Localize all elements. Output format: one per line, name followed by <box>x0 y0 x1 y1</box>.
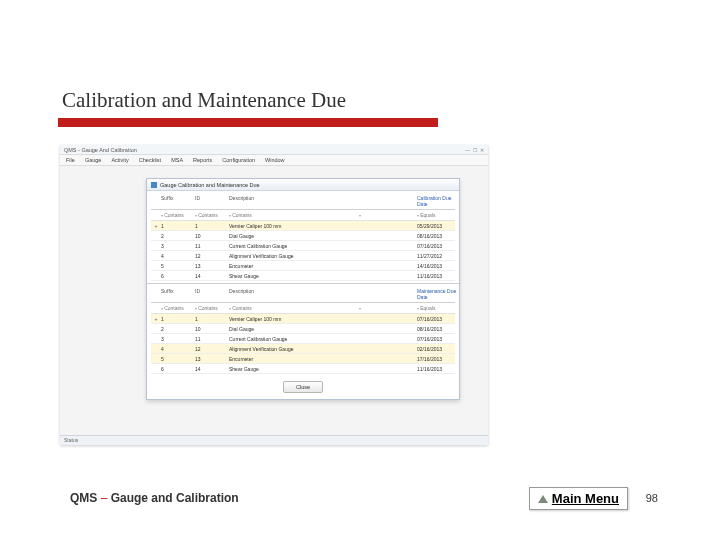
maintenance-grid: Suffix ID Description Maintenance Due Da… <box>147 283 459 376</box>
maximize-icon[interactable]: ☐ <box>473 147 477 153</box>
cell-desc: Current Calibration Gauge <box>229 243 359 249</box>
table-row[interactable]: 513Encumeter14/16/2013 <box>151 261 455 271</box>
cell-id: 12 <box>195 253 229 259</box>
cell-date: 14/16/2013 <box>417 263 461 269</box>
cell-id: 10 <box>195 326 229 332</box>
cell-date: 11/16/2013 <box>417 366 461 372</box>
menu-item-configuration[interactable]: Configuration <box>222 157 255 163</box>
filter-row[interactable]: . Contains Contains Contains Equals <box>151 303 455 314</box>
cell-suffix: 2 <box>161 326 195 332</box>
page-number: 98 <box>646 492 658 504</box>
menu-item-gauge[interactable]: Gauge <box>85 157 102 163</box>
cell-desc: Current Calibration Gauge <box>229 336 359 342</box>
main-menu-button[interactable]: Main Menu <box>529 487 628 510</box>
col-date[interactable]: Maintenance Due Date <box>417 288 461 300</box>
slide-title: Calibration and Maintenance Due <box>62 88 346 113</box>
cell-date: 17/16/2013 <box>417 356 461 362</box>
filter-suffix[interactable]: Contains <box>161 212 195 218</box>
window-title: QMS - Gauge And Calibration <box>64 147 137 153</box>
expand-icon[interactable]: + <box>151 316 161 322</box>
cell-suffix: 6 <box>161 366 195 372</box>
table-row[interactable]: 614Shear Gauge11/16/2013 <box>151 364 455 374</box>
app-window: QMS - Gauge And Calibration — ☐ ✕ File G… <box>60 145 488 445</box>
titlebar: QMS - Gauge And Calibration — ☐ ✕ <box>60 145 488 155</box>
menu-item-window[interactable]: Window <box>265 157 285 163</box>
window-controls: — ☐ ✕ <box>465 147 484 153</box>
cell-desc: Shear Gauge <box>229 273 359 279</box>
button-row: Close <box>147 376 459 399</box>
col-id[interactable]: ID <box>195 195 229 207</box>
cell-id: 1 <box>195 223 229 229</box>
filter-desc[interactable]: Contains <box>229 305 359 311</box>
cell-id: 1 <box>195 316 229 322</box>
col-id[interactable]: ID <box>195 288 229 300</box>
filter-id[interactable]: Contains <box>195 212 229 218</box>
cell-desc: Dial Gauge <box>229 233 359 239</box>
filter-date[interactable]: Equals <box>417 212 461 218</box>
menu-item-reports[interactable]: Reports <box>193 157 212 163</box>
cell-desc: Vernier Caliper 100 mm <box>229 316 359 322</box>
menu-item-msa[interactable]: MSA <box>171 157 183 163</box>
cell-date: 05/29/2013 <box>417 223 461 229</box>
cell-desc: Alignment Verification Gauge <box>229 346 359 352</box>
footer-dash: – <box>97 491 110 505</box>
table-row[interactable]: +11Vernier Caliper 100 mm07/16/2013 <box>151 314 455 324</box>
cell-suffix: 1 <box>161 316 195 322</box>
footer-suffix: Gauge and Calibration <box>111 491 239 505</box>
table-row[interactable]: 311Current Calibration Gauge07/16/2013 <box>151 334 455 344</box>
cell-date: 02/16/2013 <box>417 346 461 352</box>
footer-text: QMS – Gauge and Calibration <box>70 491 239 505</box>
table-row[interactable]: 412Alignment Verification Gauge02/16/201… <box>151 344 455 354</box>
filter-date[interactable]: Equals <box>417 305 461 311</box>
col-date[interactable]: Calibration Due Date <box>417 195 461 207</box>
table-row[interactable]: 210Dial Gauge08/16/2013 <box>151 231 455 241</box>
cell-date: 08/16/2013 <box>417 326 461 332</box>
cell-id: 14 <box>195 273 229 279</box>
up-arrow-icon <box>538 495 548 503</box>
cell-id: 13 <box>195 356 229 362</box>
cell-id: 11 <box>195 243 229 249</box>
table-row[interactable]: 311Current Calibration Gauge07/16/2013 <box>151 241 455 251</box>
cell-date: 07/16/2013 <box>417 243 461 249</box>
cell-suffix: 6 <box>161 273 195 279</box>
filter-desc[interactable]: Contains <box>229 212 359 218</box>
filter-id[interactable]: Contains <box>195 305 229 311</box>
filter-suffix[interactable]: Contains <box>161 305 195 311</box>
cell-date: 08/16/2013 <box>417 233 461 239</box>
grid-header: Suffix ID Description Calibration Due Da… <box>151 193 455 210</box>
footer-prefix: QMS <box>70 491 97 505</box>
col-desc[interactable]: Description <box>229 195 359 207</box>
table-row[interactable]: 513Encumeter17/16/2013 <box>151 354 455 364</box>
menu-item-checklist[interactable]: Checklist <box>139 157 161 163</box>
grid-header: Suffix ID Description Maintenance Due Da… <box>151 286 455 303</box>
filter-row[interactable]: . Contains Contains Contains Equals <box>151 210 455 221</box>
accent-bar <box>58 118 438 127</box>
calibration-grid: Suffix ID Description Calibration Due Da… <box>147 191 459 283</box>
minimize-icon[interactable]: — <box>465 147 470 153</box>
cell-date: 11/27/2012 <box>417 253 461 259</box>
table-row[interactable]: 210Dial Gauge08/16/2013 <box>151 324 455 334</box>
child-window: Gauge Calibration and Maintenance Due Su… <box>146 178 460 400</box>
table-row[interactable]: +11Vernier Caliper 100 mm05/29/2013 <box>151 221 455 231</box>
close-icon[interactable]: ✕ <box>480 147 484 153</box>
col-suffix[interactable]: Suffix <box>161 195 195 207</box>
close-button[interactable]: Close <box>283 381 323 393</box>
col-desc[interactable]: Description <box>229 288 359 300</box>
cell-date: 11/16/2013 <box>417 273 461 279</box>
cell-suffix: 5 <box>161 356 195 362</box>
cell-suffix: 5 <box>161 263 195 269</box>
cell-desc: Dial Gauge <box>229 326 359 332</box>
table-row[interactable]: 412Alignment Verification Gauge11/27/201… <box>151 251 455 261</box>
menubar: File Gauge Activity Checklist MSA Report… <box>60 155 488 166</box>
cell-suffix: 4 <box>161 346 195 352</box>
menu-item-file[interactable]: File <box>66 157 75 163</box>
cell-suffix: 3 <box>161 243 195 249</box>
expand-icon[interactable]: + <box>151 223 161 229</box>
cell-id: 11 <box>195 336 229 342</box>
cell-desc: Encumeter <box>229 356 359 362</box>
child-window-title: Gauge Calibration and Maintenance Due <box>160 182 260 188</box>
col-suffix[interactable]: Suffix <box>161 288 195 300</box>
table-row[interactable]: 614Shear Gauge11/16/2013 <box>151 271 455 281</box>
cell-desc: Vernier Caliper 100 mm <box>229 223 359 229</box>
menu-item-activity[interactable]: Activity <box>111 157 128 163</box>
